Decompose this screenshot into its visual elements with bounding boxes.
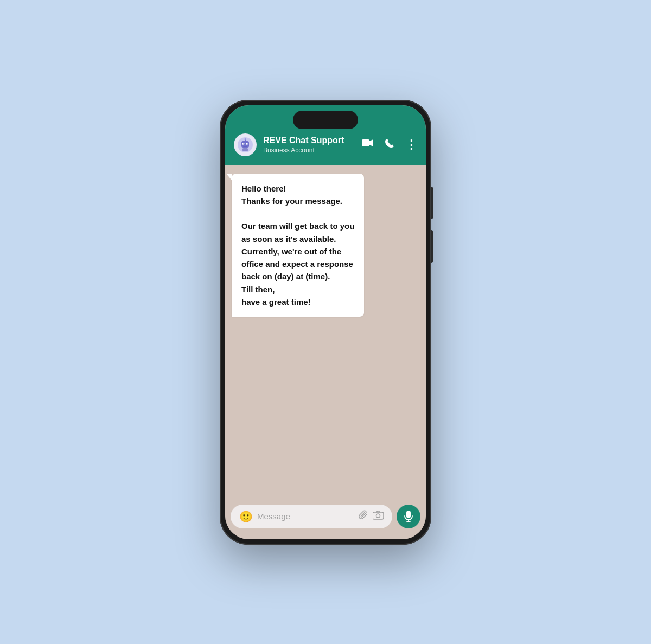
message-bubble: Hello there! Thanks for your message. Ou… — [232, 174, 364, 317]
svg-rect-12 — [373, 512, 384, 519]
svg-point-5 — [247, 143, 248, 144]
svg-rect-9 — [242, 148, 248, 151]
camera-icon[interactable] — [373, 511, 384, 522]
chat-body: Hello there! Thanks for your message. Ou… — [225, 165, 426, 499]
attach-icon[interactable] — [359, 510, 368, 522]
svg-point-8 — [245, 138, 246, 140]
message-placeholder[interactable]: Message — [257, 512, 354, 521]
svg-point-4 — [243, 143, 244, 144]
msg-line10: have a great time! — [241, 297, 311, 307]
msg-line8: back on (day) at (time). — [241, 272, 330, 281]
contact-info: REVE Chat Support Business Account — [263, 135, 355, 154]
msg-line5: as soon as it's available. — [241, 234, 336, 244]
msg-line6: Currently, we're out of the — [241, 247, 341, 256]
svg-point-13 — [376, 514, 380, 518]
svg-marker-11 — [369, 139, 373, 146]
input-bar: 🙂 Message — [225, 499, 426, 539]
header-actions: ⋮ — [362, 138, 417, 151]
svg-rect-10 — [362, 139, 369, 146]
contact-status: Business Account — [263, 146, 355, 154]
phone-notch — [293, 111, 358, 129]
msg-line4: Our team will get back to you — [241, 221, 354, 231]
msg-line1: Hello there! — [241, 184, 286, 193]
mic-button[interactable] — [397, 505, 420, 528]
phone-call-icon[interactable] — [385, 138, 394, 151]
contact-avatar — [234, 133, 257, 156]
volume-button — [431, 230, 433, 263]
message-input-field[interactable]: 🙂 Message — [231, 505, 392, 528]
power-button — [431, 187, 433, 219]
msg-line2: Thanks for your message. — [241, 196, 342, 206]
video-call-icon[interactable] — [362, 139, 374, 150]
contact-name: REVE Chat Support — [263, 135, 355, 145]
msg-line9: Till then, — [241, 285, 275, 294]
phone-screen: REVE Chat Support Business Account ⋮ — [225, 105, 426, 539]
msg-line7: office and expect a response — [241, 259, 353, 269]
phone-shell: REVE Chat Support Business Account ⋮ — [220, 100, 431, 545]
svg-rect-14 — [406, 511, 411, 518]
more-options-icon[interactable]: ⋮ — [405, 139, 417, 151]
message-text: Hello there! Thanks for your message. Ou… — [241, 182, 354, 309]
emoji-icon[interactable]: 🙂 — [239, 510, 253, 523]
svg-rect-6 — [243, 146, 247, 147]
